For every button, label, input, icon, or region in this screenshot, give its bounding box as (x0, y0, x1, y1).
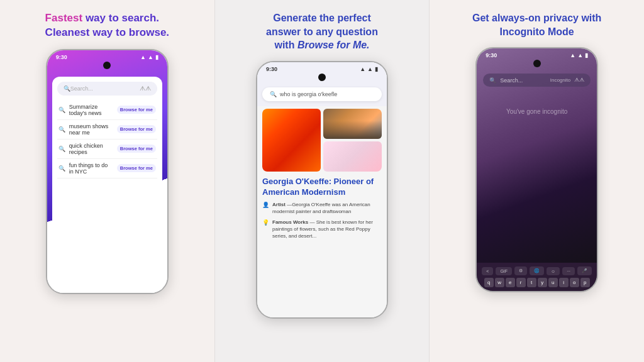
phone-right: 9:30 ▲ ▲ ▮ 🔍 Search... Incognito (475, 47, 598, 292)
key-settings[interactable]: ⚙ (514, 266, 527, 275)
signal-icon-c: ▲ (360, 66, 365, 72)
suggestion-text-3: fun things to do in NYC (69, 162, 113, 175)
artist-icon: 👤 (262, 201, 269, 215)
status-time-right: 9:30 (486, 52, 497, 58)
key-emoji[interactable]: ☺ (547, 267, 560, 275)
artwork-bottom (323, 141, 382, 172)
browse-btn-2[interactable]: Browse for me (117, 145, 156, 153)
fact-1-text: Artist —Georgia O'Keeffe was an American… (272, 201, 382, 215)
voice-icon-left: ᗑᗑ (140, 85, 151, 92)
incognito-message: You've gone incognito (482, 108, 592, 115)
right-search-bar[interactable]: 🔍 Search... Incognito ᗑᗑ (483, 74, 591, 87)
key-mic[interactable]: 🎤 (577, 266, 592, 275)
key-back[interactable]: < (482, 267, 493, 275)
key-t[interactable]: t (527, 278, 536, 287)
artwork-right (323, 109, 382, 172)
suggestion-row-0[interactable]: 🔍 Summarize today's news Browse for me (57, 101, 157, 120)
status-time-left: 9:30 (56, 54, 67, 60)
key-gif[interactable]: GIF (496, 267, 512, 275)
fact-2-text: Famous Works — She is best known for her… (272, 219, 382, 240)
search-query-center: who is georgia o'keefle (280, 91, 337, 97)
search-icon-left: 🔍 (64, 85, 70, 92)
signal-icon-r: ▲ (570, 52, 575, 58)
phone-white-area-left: 🔍 Search... ᗑᗑ 🔍 Summarize today's news … (52, 77, 162, 293)
result-fact-2: 💡 Famous Works — She is best known for h… (262, 219, 382, 240)
status-time-center: 9:30 (266, 66, 277, 72)
key-r[interactable]: r (516, 278, 526, 287)
right-heading: Get always-on privacy with Incognito Mod… (468, 11, 606, 38)
search-icon-center: 🔍 (270, 91, 277, 97)
search-icon-s1: 🔍 (58, 126, 65, 133)
keyboard-letters: q w e r t y u i o p (479, 278, 594, 287)
browse-btn-0[interactable]: Browse for me (117, 106, 156, 114)
search-icon-s3: 🔍 (58, 165, 65, 172)
keyboard-area: < GIF ⚙ 🌐 ☺ ··· 🎤 q w e r (477, 263, 597, 291)
wifi-icon-r: ▲ (577, 52, 583, 58)
artwork-grid (262, 109, 382, 172)
phone-left: 9:30 ▲ ▲ ▮ 🔍 Search... (46, 49, 169, 294)
camera-notch-left (103, 62, 111, 69)
result-title: Georgia O'Keeffe: Pioneer of American Mo… (262, 177, 382, 198)
artwork-left (262, 109, 321, 172)
key-translate[interactable]: 🌐 (530, 266, 544, 275)
panel-center: Generate the perfectanswer to any questi… (214, 0, 430, 362)
key-i[interactable]: i (559, 278, 569, 287)
suggestion-row-2[interactable]: 🔍 quick chicken recipes Browse for me (57, 140, 157, 159)
panel-left: Fastest way to search. Cleanest way to b… (0, 0, 214, 362)
key-u[interactable]: u (548, 278, 558, 287)
left-heading: Fastest way to search. Cleanest way to b… (45, 11, 169, 40)
signal-icon: ▲ (140, 54, 146, 60)
search-icon-s2: 🔍 (58, 146, 65, 152)
incognito-badge: Incognito (550, 77, 570, 83)
key-p[interactable]: p (580, 278, 590, 287)
search-row-left[interactable]: 🔍 Search... ᗑᗑ (57, 82, 157, 96)
camera-notch-right (533, 60, 541, 67)
keyboard-action-row: < GIF ⚙ 🌐 ☺ ··· 🎤 (479, 266, 594, 275)
key-y[interactable]: y (538, 278, 547, 287)
letter-row-1: q w e r t y u i o p (479, 278, 594, 287)
battery-icon-c: ▮ (375, 66, 378, 72)
suggestion-text-1: museum shows near me (69, 123, 113, 136)
result-fact-1: 👤 Artist —Georgia O'Keeffe was an Americ… (262, 201, 382, 215)
browse-btn-3[interactable]: Browse for me (117, 164, 156, 172)
battery-icon-r: ▮ (585, 52, 588, 58)
incognito-icon: ᗑᗑ (574, 77, 584, 84)
key-e[interactable]: e (506, 278, 515, 287)
phone-center: 9:30 ▲ ▲ ▮ 🔍 who is georgia o'keefle (256, 61, 388, 319)
search-icon-right: 🔍 (489, 77, 496, 84)
wifi-icon-c: ▲ (367, 66, 373, 72)
suggestion-row-1[interactable]: 🔍 museum shows near me Browse for me (57, 120, 157, 140)
suggestion-text-0: Summarize today's news (69, 104, 113, 116)
battery-icon: ▮ (155, 54, 158, 60)
search-placeholder-right: Search... (500, 77, 547, 84)
key-o[interactable]: o (570, 278, 579, 287)
key-w[interactable]: w (495, 278, 504, 287)
search-icon-s0: 🔍 (58, 107, 65, 113)
search-placeholder-left: Search... (70, 85, 140, 92)
suggestion-text-2: quick chicken recipes (69, 143, 113, 155)
key-q[interactable]: q (484, 278, 494, 287)
artwork-top (323, 109, 382, 139)
works-icon: 💡 (262, 219, 269, 240)
wifi-icon: ▲ (148, 54, 153, 60)
panel-right: Get always-on privacy with Incognito Mod… (430, 0, 644, 362)
key-more[interactable]: ··· (562, 267, 575, 275)
camera-notch-center (318, 74, 326, 81)
browse-btn-1[interactable]: Browse for me (117, 125, 156, 133)
center-heading: Generate the perfectanswer to any questi… (266, 11, 378, 52)
center-search-bar[interactable]: 🔍 who is georgia o'keefle (262, 87, 382, 101)
suggestion-row-3[interactable]: 🔍 fun things to do in NYC Browse for me (57, 159, 157, 178)
main-container: Fastest way to search. Cleanest way to b… (0, 0, 644, 362)
